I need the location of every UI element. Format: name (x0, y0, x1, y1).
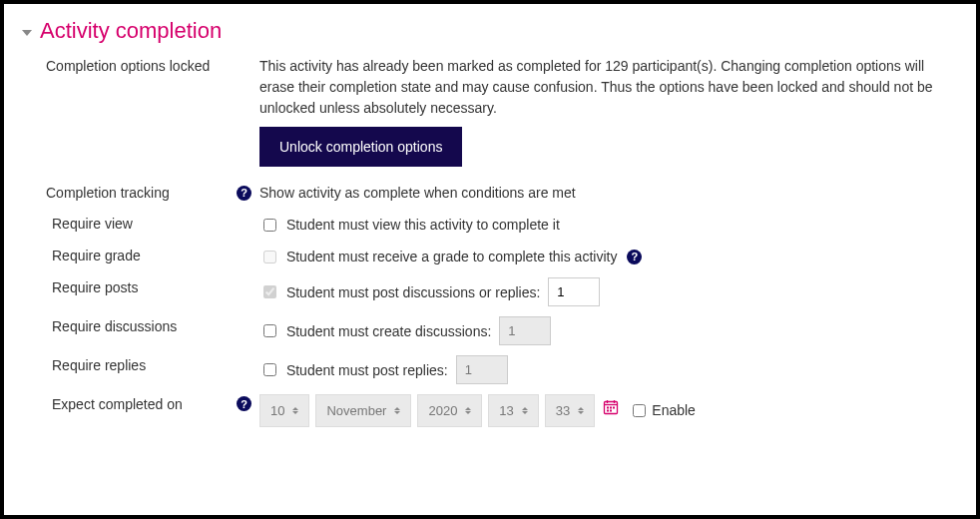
require-grade-checkbox-label: Student must receive a grade to complete… (286, 249, 618, 264)
help-icon[interactable]: ? (237, 186, 251, 201)
require-replies-checkbox-label: Student must post replies: (286, 361, 448, 377)
chevron-updown-icon (578, 407, 584, 414)
svg-rect-7 (607, 410, 609, 412)
completion-tracking-label: Completion tracking (46, 185, 170, 201)
svg-rect-4 (607, 407, 609, 409)
expect-minute-select[interactable]: 33 (545, 394, 595, 428)
collapse-toggle-icon[interactable] (22, 30, 32, 36)
require-posts-label: Require posts (22, 275, 259, 295)
expect-enable-label: Enable (652, 400, 696, 421)
chevron-updown-icon (522, 407, 528, 414)
require-posts-input[interactable] (548, 277, 600, 306)
chevron-updown-icon (394, 407, 400, 414)
expect-day-select[interactable]: 10 (259, 394, 309, 428)
require-replies-checkbox[interactable] (263, 363, 276, 376)
completion-tracking-value: Show activity as complete when condition… (259, 181, 948, 204)
require-grade-label: Require grade (22, 244, 259, 263)
expect-year-select[interactable]: 2020 (417, 394, 482, 428)
svg-rect-5 (610, 407, 612, 409)
help-icon[interactable]: ? (627, 250, 642, 264)
require-replies-label: Require replies (22, 353, 259, 373)
require-posts-checkbox[interactable] (263, 285, 276, 298)
locked-message: This activity has already been marked as… (259, 56, 948, 119)
svg-rect-6 (613, 407, 615, 409)
require-discussions-input[interactable] (499, 316, 551, 345)
expect-completed-label: Expect completed on (52, 396, 183, 412)
unlock-completion-button[interactable]: Unlock completion options (259, 127, 462, 167)
require-discussions-label: Require discussions (22, 314, 259, 334)
locked-label: Completion options locked (22, 54, 259, 74)
expect-hour-select[interactable]: 13 (488, 394, 538, 428)
require-grade-checkbox[interactable] (263, 251, 276, 263)
require-view-label: Require view (22, 212, 259, 232)
require-posts-checkbox-label: Student must post discussions or replies… (286, 283, 540, 299)
require-replies-input[interactable] (456, 355, 508, 384)
require-discussions-checkbox-label: Student must create discussions: (286, 322, 491, 338)
require-view-checkbox-label: Student must view this activity to compl… (286, 217, 560, 233)
expect-enable-checkbox[interactable] (633, 404, 646, 417)
chevron-updown-icon (292, 407, 298, 414)
require-discussions-checkbox[interactable] (263, 324, 276, 337)
section-title: Activity completion (40, 18, 222, 44)
chevron-updown-icon (465, 407, 471, 414)
expect-month-select[interactable]: November (315, 394, 411, 428)
require-view-checkbox[interactable] (263, 219, 276, 232)
help-icon[interactable]: ? (237, 396, 251, 411)
calendar-icon[interactable] (603, 399, 619, 421)
svg-rect-8 (610, 410, 612, 412)
